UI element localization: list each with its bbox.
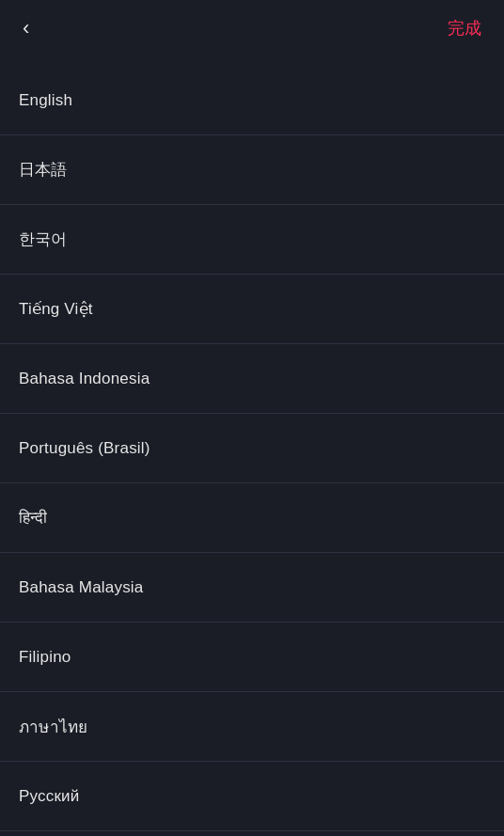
language-label-english: English (19, 91, 72, 110)
language-label-indonesian: Bahasa Indonesia (19, 370, 150, 388)
back-arrow-icon: ‹ (23, 18, 29, 39)
back-button[interactable]: ‹ (19, 14, 33, 42)
language-item-indonesian[interactable]: Bahasa Indonesia (0, 344, 504, 414)
language-label-malay: Bahasa Malaysia (19, 578, 143, 597)
language-item-filipino[interactable]: Filipino (0, 623, 504, 692)
language-item-portuguese-brazil[interactable]: Português (Brasil) (0, 414, 504, 483)
language-label-korean: 한국어 (19, 229, 68, 250)
language-list: English日本語한국어Tiếng ViệtBahasa IndonesiaP… (0, 66, 504, 831)
language-label-portuguese-brazil: Português (Brasil) (19, 439, 150, 458)
language-item-thai[interactable]: ภาษาไทย (0, 692, 504, 762)
language-label-filipino: Filipino (19, 648, 71, 667)
language-item-english[interactable]: English (0, 66, 504, 135)
language-item-russian[interactable]: Русский (0, 762, 504, 831)
language-item-hindi[interactable]: हिन्दी (0, 483, 504, 553)
header: ‹ 完成 (0, 0, 504, 56)
language-label-vietnamese: Tiếng Việt (19, 299, 93, 319)
language-label-hindi: हिन्दी (19, 509, 48, 528)
language-label-japanese: 日本語 (19, 159, 68, 181)
language-item-korean[interactable]: 한국어 (0, 205, 504, 275)
language-item-vietnamese[interactable]: Tiếng Việt (0, 275, 504, 344)
language-item-malay[interactable]: Bahasa Malaysia (0, 553, 504, 623)
done-button[interactable]: 完成 (444, 13, 485, 43)
language-item-japanese[interactable]: 日本語 (0, 135, 504, 205)
language-label-thai: ภาษาไทย (19, 714, 87, 739)
language-label-russian: Русский (19, 787, 79, 806)
